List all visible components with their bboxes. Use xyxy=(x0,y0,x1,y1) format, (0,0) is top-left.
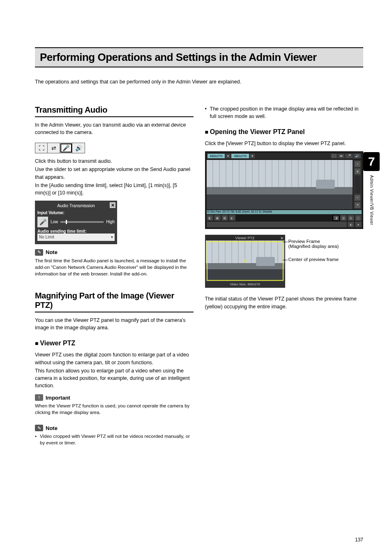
viewer-ptz-button[interactable]: ◨ xyxy=(333,215,339,221)
swap-icon: ⇄ xyxy=(338,154,344,158)
viewer-status-bar: D.35x Pan: 25.72 Tilt: 8.82 Zoom: 32.17 … xyxy=(207,210,362,214)
chapter-side-tab: 7 Admin Viewer/VB Viewer xyxy=(362,152,380,225)
viewer-ptz-p2: This function allows you to enlarge part… xyxy=(35,367,194,389)
dropdown-icon: ▾ xyxy=(250,154,255,158)
fullscreen-icon: ⛶ xyxy=(331,154,337,158)
fullscreen-icon[interactable]: ⛶ xyxy=(35,143,48,153)
ptz-panel-title-text: Viewer PTZ xyxy=(235,236,255,240)
viewer-ptz-p1: Viewer PTZ uses the digital zoom functio… xyxy=(35,351,194,366)
note-heading: ✎ Note xyxy=(35,249,194,256)
viewer-screenshot: 480x270 ▾ 480x270 ▾ ⛶ ⇄ 🎤 🔊 xyxy=(205,151,364,229)
important-heading: ! Important xyxy=(35,394,194,401)
dropdown-icon: ▾ xyxy=(226,154,231,158)
viewer-control-bar: ◧ ▣ ▦ ◐ ◨ ▥ ▤ ◫ xyxy=(207,215,362,221)
note-icon: ✎ xyxy=(35,425,43,431)
intro-text: The operations and settings that can be … xyxy=(35,79,363,85)
left-column: Transmitting Audio In the Admin Viewer, … xyxy=(35,105,194,447)
ptz-panel-title: Viewer PTZ ✕ xyxy=(206,236,284,240)
mic-button[interactable]: 🎤 xyxy=(37,217,48,227)
viewer-video-area xyxy=(207,160,353,209)
volume-slider-thumb[interactable] xyxy=(66,220,67,224)
opening-ptz-p2: The initial status of the Viewer PTZ pan… xyxy=(205,295,364,310)
preview-block: Viewer PTZ ✕ ✛ Video Size: 480x270 Previ… xyxy=(205,235,364,288)
transmit-slider-text: Use the slider to set an appropriate vol… xyxy=(35,166,194,180)
chapter-side-label: Admin Viewer/VB Viewer xyxy=(369,175,374,225)
ctrl-btn: ▦ xyxy=(221,215,228,221)
viewer-topbar: 480x270 ▾ 480x270 ▾ ⛶ ⇄ 🎤 🔊 xyxy=(207,153,362,159)
viewer-main-row: • ▲ ▪ ✦ xyxy=(207,160,362,209)
right-bullet-1: The cropped position in the image displa… xyxy=(205,105,364,120)
important-text: When the Viewer PTZ function is used, yo… xyxy=(35,402,194,416)
main-heading: Performing Operations and Settings in th… xyxy=(35,47,363,67)
audio-transmission-panel: Audio Transmission ✕ Input Volume: 🎤 Low… xyxy=(35,201,117,244)
right-bullet-list: The cropped position in the image displa… xyxy=(205,105,364,120)
time-limit-label: Audio sending time limit: xyxy=(37,229,115,234)
volume-slider[interactable] xyxy=(60,221,104,223)
section-magnify-ptz: Magnifying Part of the Image (Viewer PTZ… xyxy=(35,291,194,312)
important-label: Important xyxy=(46,395,70,401)
ctrl-btn: ◫ xyxy=(355,215,362,221)
viewer-sidebar: • ▲ ▪ ✦ xyxy=(353,160,362,209)
section-transmitting-audio: Transmitting Audio xyxy=(35,105,194,117)
transmit-timelimit-text: In the [Audio sending time limit], selec… xyxy=(35,182,194,197)
note-list-ptz: Video cropped with Viewer PTZ will not b… xyxy=(35,433,194,446)
note-icon: ✎ xyxy=(35,249,43,256)
ctrl-btn: ▣ xyxy=(214,215,221,221)
speaker-icon[interactable]: 🔊 xyxy=(72,143,85,153)
note-label-2: Note xyxy=(46,425,58,431)
speaker-icon: 🔊 xyxy=(353,154,361,158)
swap-icon[interactable]: ⇄ xyxy=(48,143,60,153)
magnify-intro: You can use the Viewer PTZ panel to magn… xyxy=(35,317,194,331)
audio-panel-title: Audio Transmission ✕ xyxy=(37,203,115,210)
mic-icon: 🎤 xyxy=(345,154,353,158)
resolution-chip-1: 480x270 xyxy=(208,154,225,158)
ctrl-btn: ◐ xyxy=(229,215,235,221)
ctrl-btn: ● xyxy=(355,222,362,227)
dropdown-icon: ▾ xyxy=(111,235,113,239)
time-limit-select[interactable]: No Limit ▾ xyxy=(37,234,115,241)
transmit-click-text: Click this button to transmit audio. xyxy=(35,157,194,165)
preview-frame-label-1: Preview Frame xyxy=(288,239,320,244)
transmitting-audio-intro: In the Admin Viewer, you can transmit au… xyxy=(35,121,194,136)
subsection-opening-ptz-panel: Opening the Viewer PTZ Panel xyxy=(205,128,364,136)
opening-ptz-p1: Click the [Viewer PTZ] button to display… xyxy=(205,140,364,147)
page-number: 137 xyxy=(355,537,363,543)
sidebar-btn: ▲ xyxy=(355,169,360,174)
audio-panel-title-text: Audio Transmission xyxy=(57,203,95,208)
ctrl-btn: ◧ xyxy=(207,215,213,221)
ptz-panel-footer: Video Size: 480x270 xyxy=(206,282,284,287)
time-limit-value: No Limit xyxy=(39,235,54,239)
sidebar-btn: ✦ xyxy=(355,202,360,208)
sidebar-track xyxy=(355,176,360,193)
viewer-preset-bar: ◐ ● xyxy=(207,222,362,227)
ctrl-btn: ◐ xyxy=(348,222,354,227)
close-icon[interactable]: ✕ xyxy=(110,202,115,208)
main-heading-text: Performing Operations and Settings in th… xyxy=(40,51,358,64)
volume-high-label: High xyxy=(106,220,115,224)
note-text-audio: The first time the Send Audio panel is l… xyxy=(35,257,194,277)
preview-frame-label-1b: (Magnified display area) xyxy=(288,244,339,249)
ctrl-btn: ▥ xyxy=(340,215,347,221)
preview-frame-label: Preview Frame (Magnified display area) xyxy=(288,239,339,249)
ptz-preview-image: ✛ xyxy=(206,240,284,282)
resolution-chip-2: 480x270 xyxy=(231,154,249,158)
note-label: Note xyxy=(46,249,58,255)
preview-labels: Preview Frame (Magnified display area) C… xyxy=(288,235,339,262)
preview-center-icon: ✛ xyxy=(243,259,247,263)
important-icon: ! xyxy=(35,394,43,401)
mic-icon[interactable]: 🎤 xyxy=(60,143,72,153)
subsection-viewer-ptz: Viewer PTZ xyxy=(35,340,194,347)
audio-toolbar: ⛶ ⇄ 🎤 🔊 xyxy=(35,143,85,153)
note-list-item: Video cropped with Viewer PTZ will not b… xyxy=(35,433,194,446)
close-icon[interactable]: ✕ xyxy=(280,236,284,240)
chapter-number: 7 xyxy=(363,152,380,171)
ctrl-btn: ▤ xyxy=(348,215,354,221)
subsection-viewer-ptz-text: Viewer PTZ xyxy=(40,340,75,347)
note-heading-2: ✎ Note xyxy=(35,425,194,431)
preset-select xyxy=(207,222,347,227)
sidebar-btn: • xyxy=(355,161,360,167)
subsection-opening-ptz-panel-text: Opening the Viewer PTZ Panel xyxy=(210,128,305,135)
viewer-ptz-panel: Viewer PTZ ✕ ✛ Video Size: 480x270 xyxy=(205,235,285,288)
preview-center-label: Center of preview frame xyxy=(288,257,339,262)
input-volume-label: Input Volume: xyxy=(37,210,115,215)
